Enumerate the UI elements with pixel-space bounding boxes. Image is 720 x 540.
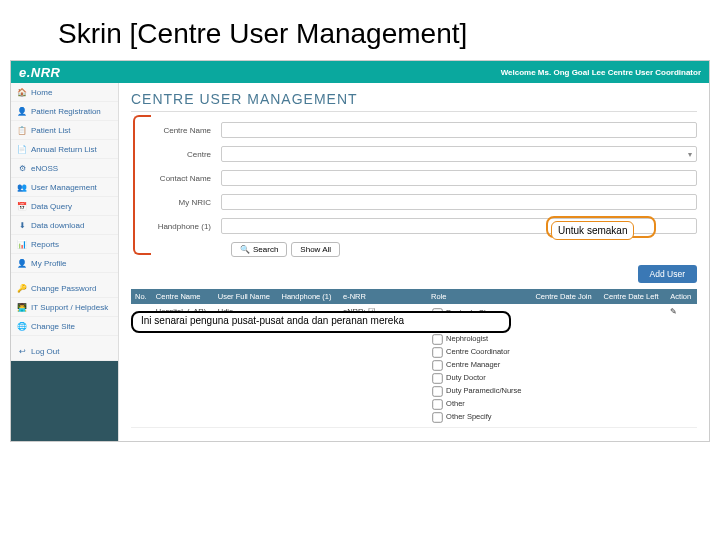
sidebar-item-label: Reports	[31, 240, 59, 249]
logo-prefix: e.	[19, 65, 31, 80]
sidebar-item-1[interactable]: 👤Patient Registration	[11, 102, 118, 121]
content-area: CENTRE USER MANAGEMENT Centre Name Centr…	[119, 83, 709, 441]
nric-input[interactable]	[221, 194, 697, 210]
sidebar-item-label: Data download	[31, 221, 84, 230]
table-header: Action	[666, 289, 697, 304]
cell-left	[600, 304, 667, 428]
table-header: e-NRR	[339, 289, 427, 304]
sidebar-item-label: Patient Registration	[31, 107, 101, 116]
sidebar-icon: 📋	[17, 125, 27, 135]
contact-name-input[interactable]	[221, 170, 697, 186]
table-header: Centre Date Left	[600, 289, 667, 304]
role-checkbox-row: Doctor In Charge	[431, 307, 527, 320]
sidebar-item-9[interactable]: 👤My Profile	[11, 254, 118, 273]
role-label: Other Specify	[446, 412, 491, 421]
cell-join	[531, 304, 599, 428]
role-checkbox[interactable]	[432, 386, 442, 396]
show-all-button[interactable]: Show All	[291, 242, 340, 257]
role-checkbox-row: Duty Doctor	[431, 372, 527, 385]
role-checkbox[interactable]	[432, 412, 442, 422]
sidebar-icon: 👤	[17, 106, 27, 116]
sidebar-footer	[11, 361, 118, 441]
role-label: Doctor In Charge	[446, 308, 503, 317]
sidebar-icon: 📄	[17, 144, 27, 154]
role-checkbox-row: Panel Doctor	[431, 320, 527, 333]
sidebar-item-label: Data Query	[31, 202, 72, 211]
table-header: Handphone (1)	[277, 289, 339, 304]
sidebar-icon: 👥	[17, 182, 27, 192]
welcome-text: Welcome Ms. Ong Goal Lee Centre User Coo…	[501, 68, 701, 77]
role-label: Centre Coordinator	[446, 347, 510, 356]
annotation-bracket	[133, 115, 151, 255]
table-header: No.	[131, 289, 152, 304]
show-all-label: Show All	[300, 245, 331, 254]
sidebar-item-3[interactable]: 📄Annual Return List	[11, 140, 118, 159]
sidebar-icon: 🏠	[17, 87, 27, 97]
role-checkbox[interactable]	[432, 334, 442, 344]
sidebar-item-12[interactable]: 🌐Change Site	[11, 317, 118, 336]
sidebar-item-label: Patient List	[31, 126, 71, 135]
role-checkbox-row: Nephrologist	[431, 333, 527, 346]
sidebar-item-label: eNOSS	[31, 164, 58, 173]
role-label: Nephrologist	[446, 334, 488, 343]
sidebar-item-label: IT Support / Helpdesk	[31, 303, 108, 312]
sidebar-item-label: Change Password	[31, 284, 96, 293]
sidebar-item-10[interactable]: 🔑Change Password	[11, 279, 118, 298]
table-header: Centre Name	[152, 289, 214, 304]
sidebar-item-8[interactable]: 📊Reports	[11, 235, 118, 254]
cell-roles: Doctor In ChargePanel DoctorNephrologist…	[427, 304, 531, 428]
role-label: Other	[446, 399, 465, 408]
table-header: User Full Name	[214, 289, 278, 304]
app-window: e.NRR Welcome Ms. Ong Goal Lee Centre Us…	[10, 60, 710, 442]
table-header: Role	[427, 289, 531, 304]
role-label: Panel Doctor	[446, 321, 489, 330]
role-checkbox[interactable]	[432, 373, 442, 383]
role-checkbox-row: Other	[431, 398, 527, 411]
role-checkbox-row: Centre Coordinator	[431, 346, 527, 359]
role-label: Duty Paramedic/Nurse	[446, 386, 521, 395]
sidebar-item-5[interactable]: 👥User Management	[11, 178, 118, 197]
search-button-label: Search	[253, 245, 278, 254]
page-title: CENTRE USER MANAGEMENT	[131, 91, 697, 112]
sidebar-item-11[interactable]: 👨‍💻IT Support / Helpdesk	[11, 298, 118, 317]
sidebar: 🏠Home👤Patient Registration📋Patient List📄…	[11, 83, 119, 441]
role-checkbox[interactable]	[432, 360, 442, 370]
table-header: Centre Date Join	[531, 289, 599, 304]
sidebar-item-4[interactable]: ⚙eNOSS	[11, 159, 118, 178]
sidebar-item-13[interactable]: ↩Log Out	[11, 342, 118, 361]
role-checkbox[interactable]	[432, 321, 442, 331]
sidebar-item-label: Home	[31, 88, 52, 97]
centre-name-input[interactable]	[221, 122, 697, 138]
sidebar-icon: 🔑	[17, 283, 27, 293]
add-user-button[interactable]: Add User	[638, 265, 697, 283]
sidebar-item-label: User Management	[31, 183, 97, 192]
app-logo: e.NRR	[19, 65, 61, 80]
search-button[interactable]: 🔍 Search	[231, 242, 287, 257]
sidebar-item-6[interactable]: 📅Data Query	[11, 197, 118, 216]
sidebar-item-2[interactable]: 📋Patient List	[11, 121, 118, 140]
sidebar-icon: 📊	[17, 239, 27, 249]
sidebar-item-label: Annual Return List	[31, 145, 97, 154]
sidebar-icon: ⬇	[17, 220, 27, 230]
centre-select[interactable]: ▾	[221, 146, 697, 162]
slide-title: Skrin [Centre User Management]	[0, 0, 720, 60]
sidebar-item-7[interactable]: ⬇Data download	[11, 216, 118, 235]
role-checkbox[interactable]	[432, 347, 442, 357]
users-table: No.Centre NameUser Full NameHandphone (1…	[131, 289, 697, 428]
sidebar-item-label: Log Out	[31, 347, 59, 356]
sidebar-icon: 🌐	[17, 321, 27, 331]
sidebar-icon: 👨‍💻	[17, 302, 27, 312]
sidebar-item-label: Change Site	[31, 322, 75, 331]
role-checkbox[interactable]	[432, 308, 442, 318]
sidebar-item-0[interactable]: 🏠Home	[11, 83, 118, 102]
sidebar-icon: 👤	[17, 258, 27, 268]
sidebar-icon: ⚙	[17, 163, 27, 173]
logo-main: NRR	[31, 65, 61, 80]
annotation-senarai: Ini senarai penguna pusat-pusat anda dan…	[137, 313, 408, 328]
role-checkbox[interactable]	[432, 399, 442, 409]
role-checkbox-row: Centre Manager	[431, 359, 527, 372]
sidebar-item-label: My Profile	[31, 259, 67, 268]
role-checkbox-row: Other Specify	[431, 411, 527, 424]
cell-action[interactable]: ✎	[666, 304, 697, 428]
sidebar-icon: 📅	[17, 201, 27, 211]
